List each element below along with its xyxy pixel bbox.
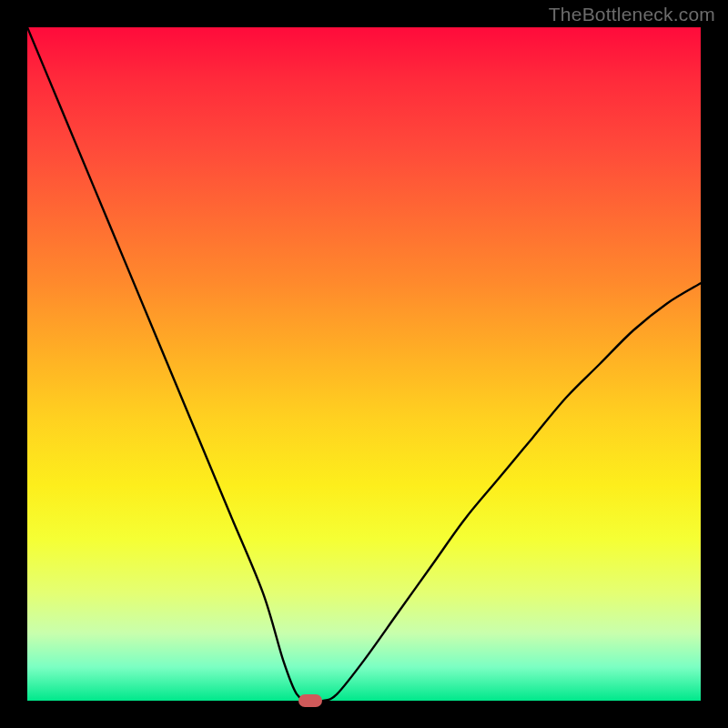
bottleneck-point-marker — [298, 694, 322, 707]
chart-plot-area — [27, 27, 701, 701]
bottleneck-curve — [27, 27, 701, 701]
watermark-text: TheBottleneck.com — [549, 4, 715, 25]
chart-frame: TheBottleneck.com — [0, 0, 728, 728]
